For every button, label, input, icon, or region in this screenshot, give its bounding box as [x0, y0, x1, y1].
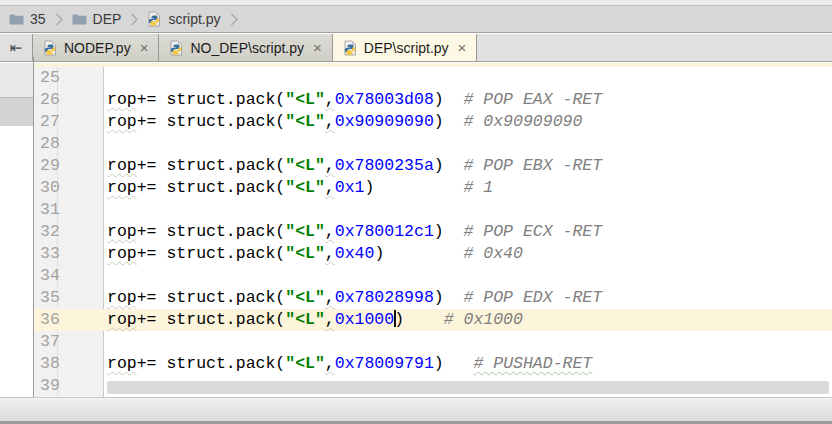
code-line-25[interactable] [105, 67, 832, 89]
editor-gutter[interactable]: 252627282930313233343536373839 [34, 67, 104, 397]
code-line-34[interactable] [105, 265, 832, 287]
tab-no-dep-script-py[interactable]: NO_DEP\script.py× [159, 34, 332, 61]
python-file-icon [42, 40, 58, 56]
code-segment-plain: ) [434, 90, 444, 109]
code-segment-plain: rop [107, 156, 137, 175]
code-segment-string: "<L" [285, 354, 325, 373]
code-segment-plain: += struct.pack( [137, 112, 286, 131]
code-segment-plain: rop [107, 310, 137, 329]
line-number[interactable]: 26 [34, 89, 103, 111]
code-segment-number: 0x90909090 [335, 112, 434, 131]
code-line-30[interactable]: rop+= struct.pack("<L",0x1) # 1 [105, 177, 832, 199]
tab-close-icon[interactable]: × [458, 40, 467, 55]
code-segment-plain: += struct.pack( [137, 244, 286, 263]
breadcrumb-label: 35 [29, 11, 47, 27]
code-segment-plain [444, 222, 464, 241]
line-number[interactable]: 32 [34, 221, 103, 243]
code-line-37[interactable] [105, 331, 832, 353]
tab-close-icon[interactable]: × [140, 40, 149, 55]
python-file-icon [168, 40, 184, 56]
breadcrumb-item-script[interactable]: script.py [146, 11, 221, 27]
line-number[interactable]: 25 [34, 67, 103, 89]
code-editor[interactable]: rop+= struct.pack("<L",0x78003d08) # POP… [105, 67, 832, 397]
code-line-31[interactable] [105, 199, 832, 221]
code-segment-plain: += struct.pack( [137, 156, 286, 175]
code-segment-plain: += struct.pack( [137, 310, 286, 329]
line-number[interactable]: 27 [34, 111, 103, 133]
code-segment-comment: # PUSHAD-RET [473, 354, 592, 373]
code-segment-plain: , [325, 178, 335, 197]
code-segment-plain [404, 310, 444, 329]
ide-window: 35 DEP script.py ⇤ [0, 0, 832, 424]
tab-close-icon[interactable]: × [313, 40, 322, 55]
tab-nodep-py[interactable]: NODEP.py× [32, 34, 159, 61]
python-file-icon [342, 40, 358, 56]
tab-dep-script-py[interactable]: DEP\script.py× [333, 34, 478, 61]
breadcrumb: 35 DEP script.py [0, 6, 832, 33]
code-segment-string: "<L" [285, 178, 325, 197]
code-line-32[interactable]: rop+= struct.pack("<L",0x780012c1) # POP… [105, 221, 832, 243]
line-number[interactable]: 35 [34, 287, 103, 309]
line-number[interactable]: 36 [34, 309, 103, 331]
code-segment-plain [444, 354, 474, 373]
code-line-36[interactable]: rop+= struct.pack("<L",0x1000) # 0x1000 [105, 309, 832, 331]
tab-label: NO_DEP\script.py [190, 40, 304, 56]
breadcrumb-item-dep[interactable]: DEP [71, 11, 123, 27]
code-segment-plain: rop [107, 288, 137, 307]
code-segment-plain [444, 156, 464, 175]
horizontal-scrollbar[interactable] [107, 381, 829, 394]
code-segment-comment: # POP EBX -RET [464, 156, 603, 175]
code-segment-plain: ) [434, 112, 444, 131]
code-segment-string: "<L" [285, 288, 325, 307]
code-line-27[interactable]: rop+= struct.pack("<L",0x90909090) # 0x9… [105, 111, 832, 133]
code-segment-plain: , [325, 222, 335, 241]
code-segment-number: 0x78003d08 [335, 90, 434, 109]
code-segment-plain: , [325, 354, 335, 373]
code-segment-plain: += struct.pack( [137, 354, 286, 373]
code-segment-plain: ) [434, 156, 444, 175]
code-segment-comment: # 0x40 [464, 244, 523, 263]
code-segment-plain: rop [107, 222, 137, 241]
breadcrumb-label: script.py [167, 11, 221, 27]
code-line-26[interactable]: rop+= struct.pack("<L",0x78003d08) # POP… [105, 89, 832, 111]
line-number[interactable]: 28 [34, 133, 103, 155]
tab-label: NODEP.py [64, 40, 131, 56]
line-number[interactable]: 31 [34, 199, 103, 221]
code-segment-string: "<L" [285, 156, 325, 175]
code-segment-number: 0x78009791 [335, 354, 434, 373]
dock-left-icon[interactable]: ⇤ [0, 34, 32, 61]
code-segment-plain: += struct.pack( [137, 288, 286, 307]
chevron-right-icon [130, 13, 139, 26]
code-line-33[interactable]: rop+= struct.pack("<L",0x40) # 0x40 [105, 243, 832, 265]
line-number[interactable]: 29 [34, 155, 103, 177]
breadcrumb-item-35[interactable]: 35 [8, 11, 47, 27]
code-segment-plain [444, 90, 464, 109]
code-line-28[interactable] [105, 133, 832, 155]
line-number[interactable]: 30 [34, 177, 103, 199]
folder-icon [8, 11, 24, 27]
code-line-35[interactable]: rop+= struct.pack("<L",0x78028998) # POP… [105, 287, 832, 309]
code-segment-plain: ) [364, 178, 374, 197]
code-segment-plain: ) [434, 222, 444, 241]
line-number[interactable]: 34 [34, 265, 103, 287]
python-file-icon [146, 11, 162, 27]
code-segment-plain [384, 244, 463, 263]
code-segment-plain [444, 288, 464, 307]
code-segment-comment: # 1 [464, 178, 494, 197]
code-segment-comment: # 0x1000 [444, 310, 523, 329]
code-segment-plain: , [325, 112, 335, 131]
code-line-38[interactable]: rop+= struct.pack("<L",0x78009791) # PUS… [105, 353, 832, 375]
code-segment-plain: rop [107, 354, 137, 373]
code-line-29[interactable]: rop+= struct.pack("<L",0x7800235a) # POP… [105, 155, 832, 177]
code-segment-number: 0x7800235a [335, 156, 434, 175]
breadcrumb-label: DEP [92, 11, 123, 27]
code-segment-plain: rop [107, 112, 137, 131]
code-segment-comment: # POP ECX -RET [464, 222, 603, 241]
line-number[interactable]: 39 [34, 375, 103, 397]
line-number[interactable]: 38 [34, 353, 103, 375]
line-number[interactable]: 33 [34, 243, 103, 265]
code-segment-plain: , [325, 310, 335, 329]
line-number[interactable]: 37 [34, 331, 103, 353]
code-segment-number: 0x1000 [335, 310, 394, 329]
editor-tabbar: ⇤ NODEP.py×NO_DEP\script.py×DEP\script.p… [0, 34, 832, 62]
